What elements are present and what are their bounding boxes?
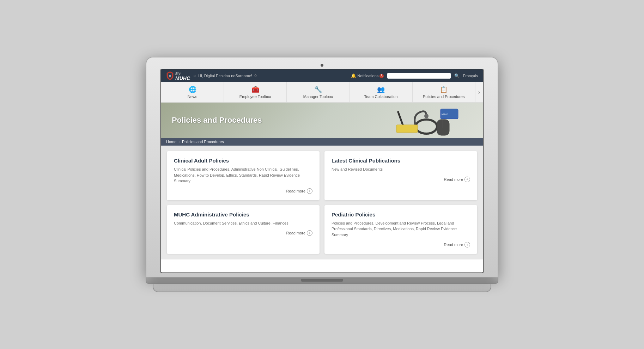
hero-title: Policies and Procedures — [172, 116, 262, 125]
news-icon: 🌐 — [189, 86, 196, 93]
card-title-pediatric: Pediatric Policies — [332, 212, 470, 218]
search-input[interactable] — [387, 73, 451, 79]
top-bar-right: 🔔 Notifications 8 🔍 Français — [351, 73, 478, 79]
svg-rect-8 — [396, 125, 418, 133]
greeting-text: ☺ Hi, Digital Echidna noSurname! ☆ — [193, 73, 257, 78]
content-area: Clinical Adult Policies Clinical Policie… — [161, 146, 483, 259]
nav-label-team-collaboration: Team Collaboration — [364, 94, 398, 99]
nav-label-policies: Policies and Procedures — [423, 94, 465, 99]
breadcrumb-separator: › — [178, 140, 180, 144]
nav-item-policies[interactable]: 📋 Policies and Procedures — [413, 82, 475, 102]
laptop-wrapper: M My MUHC ☺ Hi, Digital Echidna noSurnam… — [146, 57, 498, 292]
bell-icon: 🔔 — [351, 73, 356, 78]
card-desc-clinical-adult: Clinical Policies and Procedures, Admini… — [174, 166, 312, 184]
top-navigation-bar: M My MUHC ☺ Hi, Digital Echidna noSurnam… — [161, 69, 483, 82]
laptop-hinge — [146, 277, 498, 284]
main-navigation: 🌐 News 🧰 Employee Toolbox 🔧 Manager Tool… — [161, 82, 483, 103]
muhc-logo-shield: M — [166, 71, 174, 80]
logo-text: My MUHC — [175, 71, 190, 81]
read-more-latest-clinical[interactable]: Read more + — [332, 177, 470, 182]
webcam — [321, 64, 323, 67]
nav-item-employee-toolbox[interactable]: 🧰 Employee Toolbox — [224, 82, 287, 102]
card-desc-latest-clinical: New and Revised Documents — [332, 166, 470, 172]
hero-banner: MUHC Policies and Procedures — [161, 103, 483, 138]
employee-toolbox-icon: 🧰 — [251, 86, 259, 93]
read-more-clinical-adult[interactable]: Read more + — [174, 188, 312, 194]
svg-text:MUHC: MUHC — [442, 113, 448, 115]
card-title-latest-clinical: Latest Clinical Publications — [332, 158, 470, 164]
nav-label-manager-toolbox: Manager Toolbox — [303, 94, 333, 99]
nav-item-news[interactable]: 🌐 News — [161, 82, 224, 102]
nav-label-employee-toolbox: Employee Toolbox — [239, 94, 271, 99]
screen: M My MUHC ☺ Hi, Digital Echidna noSurnam… — [160, 69, 484, 273]
card-latest-clinical: Latest Clinical Publications New and Rev… — [324, 151, 477, 200]
card-desc-pediatric: Policies and Procedures, Development and… — [332, 220, 470, 238]
read-more-icon-latest-clinical: + — [464, 177, 470, 182]
nav-next-arrow[interactable]: › — [475, 82, 483, 102]
laptop-base — [153, 284, 491, 292]
star-icon: ☆ — [254, 73, 257, 78]
card-desc-muhc-admin: Communication, Document Services, Ethics… — [174, 220, 312, 226]
svg-point-1 — [416, 120, 437, 134]
nav-item-team-collaboration[interactable]: 👥 Team Collaboration — [350, 82, 412, 102]
breadcrumb-current: Policies and Procedures — [182, 140, 224, 144]
smiley-icon: ☺ — [193, 74, 197, 78]
read-more-icon-pediatric: + — [464, 242, 470, 247]
read-more-icon-muhc-admin: + — [307, 230, 312, 236]
card-title-muhc-admin: MUHC Administrative Policies — [174, 212, 312, 218]
top-bar-left: M My MUHC ☺ Hi, Digital Echidna noSurnam… — [166, 71, 257, 81]
read-more-muhc-admin[interactable]: Read more + — [174, 230, 312, 236]
laptop-screen-frame: M My MUHC ☺ Hi, Digital Echidna noSurnam… — [146, 57, 498, 277]
breadcrumb-bar: Home › Policies and Procedures — [161, 138, 483, 146]
card-title-clinical-adult: Clinical Adult Policies — [174, 158, 312, 164]
logo-area[interactable]: M My MUHC — [166, 71, 190, 81]
notifications-button[interactable]: 🔔 Notifications 8 — [351, 73, 383, 78]
svg-text:M: M — [169, 75, 171, 77]
nav-item-manager-toolbox[interactable]: 🔧 Manager Toolbox — [287, 82, 350, 102]
hero-decoration: MUHC — [370, 105, 462, 137]
read-more-pediatric[interactable]: Read more + — [332, 242, 470, 247]
svg-point-2 — [424, 114, 429, 118]
policies-icon: 📋 — [440, 86, 448, 93]
card-clinical-adult: Clinical Adult Policies Clinical Policie… — [167, 151, 320, 200]
card-muhc-admin: MUHC Administrative Policies Communicati… — [167, 205, 320, 254]
laptop-hinge-bar — [301, 279, 343, 282]
search-button[interactable]: 🔍 — [454, 73, 460, 78]
card-pediatric: Pediatric Policies Policies and Procedur… — [324, 205, 477, 254]
team-collaboration-icon: 👥 — [377, 86, 385, 93]
language-button[interactable]: Français — [463, 74, 478, 78]
nav-label-news: News — [188, 94, 198, 99]
read-more-icon-clinical-adult: + — [307, 188, 312, 194]
breadcrumb-home[interactable]: Home — [166, 140, 176, 144]
manager-toolbox-icon: 🔧 — [314, 86, 322, 93]
